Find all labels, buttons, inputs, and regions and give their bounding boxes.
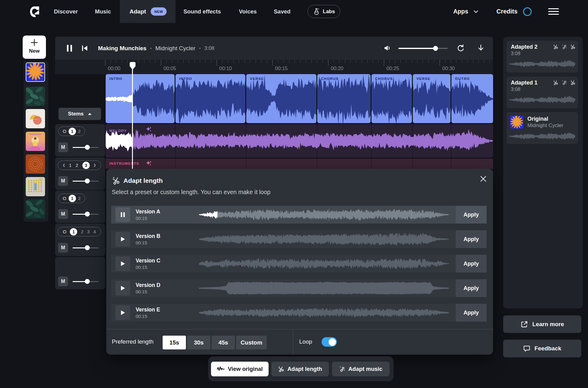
- svg-text:VERSE: VERSE: [250, 77, 264, 81]
- svg-text:00:30: 00:30: [442, 66, 455, 71]
- svg-text:VERSE: VERSE: [417, 77, 431, 81]
- svg-text:00:15: 00:15: [275, 66, 288, 71]
- svg-text:INTRO: INTRO: [109, 77, 122, 81]
- svg-text:CHORUS: CHORUS: [375, 77, 393, 81]
- svg-text:00:00: 00:00: [108, 66, 120, 71]
- svg-text:00:25: 00:25: [386, 66, 399, 71]
- svg-text:00:20: 00:20: [331, 66, 343, 71]
- svg-text:OUTRO: OUTRO: [455, 77, 470, 81]
- svg-text:INTRO: INTRO: [179, 77, 192, 81]
- svg-text:CHORUS: CHORUS: [321, 77, 339, 81]
- svg-text:INSTRUMENTS: INSTRUMENTS: [109, 162, 139, 165]
- svg-text:MELODY: MELODY: [109, 129, 127, 133]
- svg-text:00:10: 00:10: [219, 66, 232, 71]
- svg-text:00:05: 00:05: [164, 66, 176, 71]
